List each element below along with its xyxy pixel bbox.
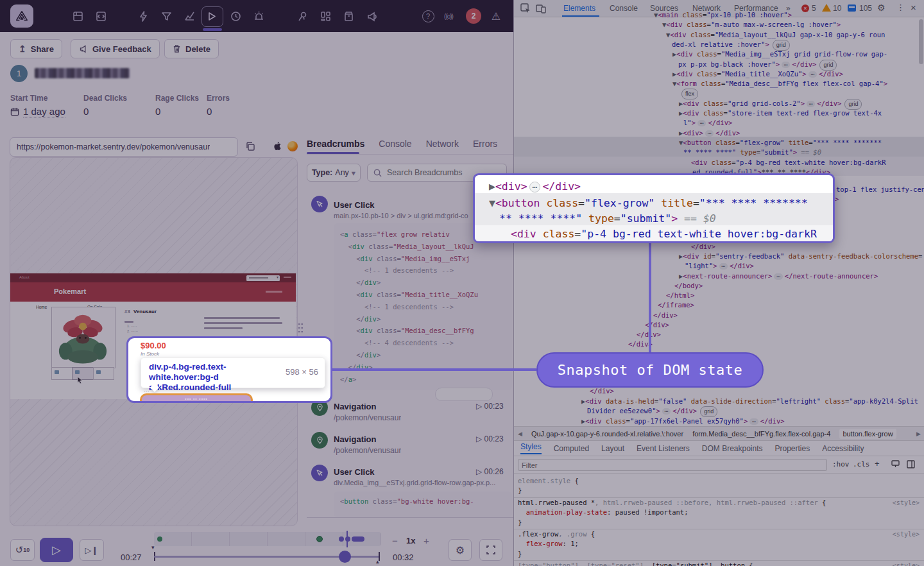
code-token: div: [361, 291, 373, 298]
crumb-scroll-left-icon[interactable]: ◀: [518, 431, 522, 437]
style-source-link[interactable]: <style>: [893, 499, 920, 506]
tab-errors[interactable]: Errors: [473, 139, 497, 149]
announcements-icon[interactable]: [364, 9, 379, 23]
code-line: <div class="Media_img__eSTxj: [340, 253, 506, 265]
breadcrumb-title[interactable]: Navigation: [334, 402, 376, 411]
code-token: >: [671, 212, 678, 225]
timeline-marker-cluster[interactable]: [352, 536, 364, 542]
explore-icon[interactable]: [94, 9, 108, 23]
boards-icon[interactable]: [318, 9, 332, 23]
code-line: element.style {: [518, 476, 921, 486]
help-icon[interactable]: ?: [421, 9, 435, 23]
start-time-text: 1 day ago: [23, 106, 65, 117]
sidebar-layout-icon[interactable]: [907, 460, 915, 468]
dashboards-chart-icon[interactable]: [182, 9, 196, 23]
code-token: div: [364, 351, 377, 359]
code-scrollbar-pill[interactable]: [435, 388, 493, 401]
tab-network[interactable]: Network: [426, 139, 459, 149]
crumb-ancestor[interactable]: QuJ.gap-x-10.gap-y-6.rounded-xl.relative…: [531, 430, 683, 438]
devtools-scrollbar[interactable]: [919, 19, 923, 64]
breadcrumb-timestamp[interactable]: ▷ 00:23: [476, 402, 504, 411]
crumb-selected-button[interactable]: button.flex-grow: [839, 429, 896, 439]
code-line: Divider ee5ezew0">⋯</div>grid: [587, 406, 717, 417]
skip-to-end-button[interactable]: ▷❙: [80, 539, 104, 561]
tab-breadcrumbs[interactable]: Breadcrumbs: [307, 139, 364, 149]
style-rule-flex-grow[interactable]: .flex-grow, .grow { flex-grow: 1;} <styl…: [514, 529, 924, 559]
filter-funnel-icon[interactable]: [159, 9, 173, 23]
sentry-logo[interactable]: [10, 4, 33, 28]
player-settings-button[interactable]: ⚙: [449, 539, 472, 561]
breadcrumb-timestamp[interactable]: ▷ 00:23: [476, 434, 504, 443]
breadcrumb-selector: div.Media_img__eSTxj.grid.grid-flow-row.…: [334, 479, 507, 486]
tab-event-listeners[interactable]: Event Listeners: [637, 444, 690, 453]
start-time-value[interactable]: 1 day ago: [10, 106, 65, 117]
releases-box-icon[interactable]: [341, 9, 355, 23]
tab-layout[interactable]: Layout: [601, 444, 624, 453]
toggle-hover-state[interactable]: :hov: [832, 460, 850, 468]
notifications-badge[interactable]: 2: [466, 8, 481, 24]
code-token: title: [654, 197, 693, 209]
seek-knob[interactable]: [339, 551, 351, 563]
search-breadcrumbs-input[interactable]: [386, 167, 484, 178]
tab-styles[interactable]: Styles: [520, 442, 542, 454]
share-button[interactable]: ↥ Share: [10, 39, 62, 58]
insights-clock-icon[interactable]: [228, 9, 243, 23]
breadcrumb-timestamp[interactable]: ▷ 00:26: [476, 467, 504, 476]
tab-computed[interactable]: Computed: [554, 444, 589, 453]
code-line: </div>: [590, 386, 614, 396]
style-rule-rrweb[interactable]: html.rrweb-paused *, html.rrweb-paused :…: [514, 498, 924, 527]
venusaur-sprite: [52, 307, 114, 366]
tab-dom-breakpoints[interactable]: DOM Breakpoints: [702, 444, 763, 453]
breadcrumb-title[interactable]: Navigation: [334, 434, 376, 444]
broadcasts-icon[interactable]: ((o)): [441, 9, 456, 23]
replays-play-icon[interactable]: [205, 9, 219, 23]
crumb-form[interactable]: form.Media_desc__bfFYg.flex.flex-col.gap…: [692, 430, 830, 438]
crumb-scroll-right-icon[interactable]: ▶: [916, 431, 921, 437]
copy-url-button[interactable]: [245, 141, 255, 154]
speed-value[interactable]: 1x: [406, 536, 415, 545]
breadcrumb-title[interactable]: User Click: [334, 200, 375, 210]
snapshot-label-pill: Snapshot of DOM state: [536, 352, 764, 388]
service-warning-icon[interactable]: ⚠: [489, 9, 503, 23]
timeline-marker-click[interactable]: [339, 536, 344, 542]
code-token: .flex-grow: [518, 530, 558, 538]
tab-properties[interactable]: Properties: [775, 444, 810, 453]
page-menu-item: About: [19, 275, 30, 279]
style-rule-element[interactable]: element.style {}: [518, 476, 921, 496]
speed-decrease-button[interactable]: −: [392, 535, 398, 546]
play-button[interactable]: ▷: [40, 538, 73, 562]
timeline-playhead[interactable]: [346, 531, 348, 547]
toggle-classes[interactable]: .cls: [853, 460, 870, 468]
styles-filter-input[interactable]: [518, 459, 827, 471]
fullscreen-button[interactable]: [479, 539, 502, 561]
inspected-buy-button[interactable]: *** ** ****: [140, 393, 253, 403]
color-scheme-icon[interactable]: [891, 460, 900, 468]
style-source-link[interactable]: <style>: [893, 531, 920, 538]
speed-increase-button[interactable]: +: [424, 535, 429, 546]
code-line: </div>: [340, 277, 506, 289]
feedback-pin-icon[interactable]: [295, 9, 309, 23]
type-filter-dropdown[interactable]: Type:Any▾: [307, 164, 361, 182]
masked-button-label: *** ** ****: [185, 398, 207, 402]
code-token: =: [614, 212, 620, 225]
give-feedback-button[interactable]: Give Feedback: [71, 39, 160, 58]
alerts-siren-icon[interactable]: [252, 9, 266, 23]
rewind-10s-button[interactable]: ↺10: [10, 539, 35, 561]
new-style-rule-icon[interactable]: +: [875, 459, 880, 468]
popup-dom-lines[interactable]: ▶<div>⋯</div>▼<button class="flex-grow" …: [475, 175, 833, 241]
code-token: data-slide-direction: [687, 397, 772, 405]
tab-accessibility[interactable]: Accessibility: [822, 444, 864, 453]
style-rule-button-types[interactable]: [type="button"], [type="reset"], [type="…: [514, 561, 924, 566]
panel-resize-handle[interactable]: [298, 322, 304, 335]
code-token: {: [745, 562, 753, 566]
timeline-marker-navigation[interactable]: [316, 536, 323, 542]
timeline-marker-navigation[interactable]: [157, 536, 162, 542]
delete-button[interactable]: Delete: [164, 39, 219, 58]
code-token: =: [578, 197, 585, 209]
rewind-icon: ↺: [15, 544, 24, 556]
tab-console[interactable]: Console: [379, 139, 411, 149]
issues-icon[interactable]: [136, 9, 150, 23]
style-source-link[interactable]: <style>: [893, 562, 920, 566]
projects-icon[interactable]: [71, 9, 85, 23]
breadcrumb-title[interactable]: User Click: [334, 467, 375, 477]
